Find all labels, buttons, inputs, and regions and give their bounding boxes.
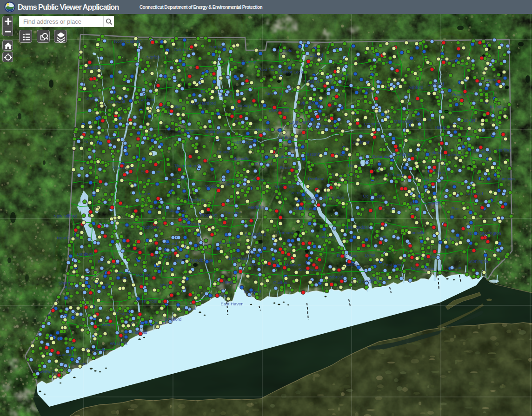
svg-text:Columbia: Columbia [372,154,391,159]
svg-text:Stonington: Stonington [468,258,489,264]
svg-text:East Haven: East Haven [220,301,243,306]
svg-text:Stratford: Stratford [165,317,181,322]
svg-text:Coventry: Coventry [364,121,381,126]
svg-text:Westport: Westport [110,341,127,346]
svg-text:Norwich: Norwich [425,200,440,205]
svg-text:East Haddam: East Haddam [345,225,372,230]
svg-text:New Milford: New Milford [53,213,77,218]
svg-text:Durham: Durham [277,230,293,235]
svg-text:Lebanon: Lebanon [388,172,406,177]
svg-text:Plainville: Plainville [232,156,250,161]
svg-text:Killingly: Killingly [490,104,505,109]
svg-text:Woodbridge: Woodbridge [189,258,213,263]
svg-text:Danbury: Danbury [77,251,93,257]
svg-text:Ashford: Ashford [408,85,424,90]
svg-text:Sterling: Sterling [496,147,511,152]
svg-text:Portland: Portland [308,176,324,181]
svg-text:Lyme: Lyme [365,252,376,258]
svg-text:Wilton: Wilton [102,322,114,327]
svg-text:Thomaston: Thomaston [174,163,196,168]
svg-text:Bethlehem: Bethlehem [140,169,162,174]
svg-text:Goshen: Goshen [139,97,154,102]
svg-text:Salisbury: Salisbury [86,65,104,70]
svg-text:Burlington: Burlington [206,129,226,134]
svg-text:Monroe: Monroe [136,272,151,277]
svg-text:Simsbury: Simsbury [233,103,251,108]
svg-text:Waterbury: Waterbury [185,197,206,202]
svg-text:Cheshire: Cheshire [223,210,241,215]
svg-text:Norfolk: Norfolk [146,54,160,59]
svg-text:Meriden: Meriden [248,205,264,210]
